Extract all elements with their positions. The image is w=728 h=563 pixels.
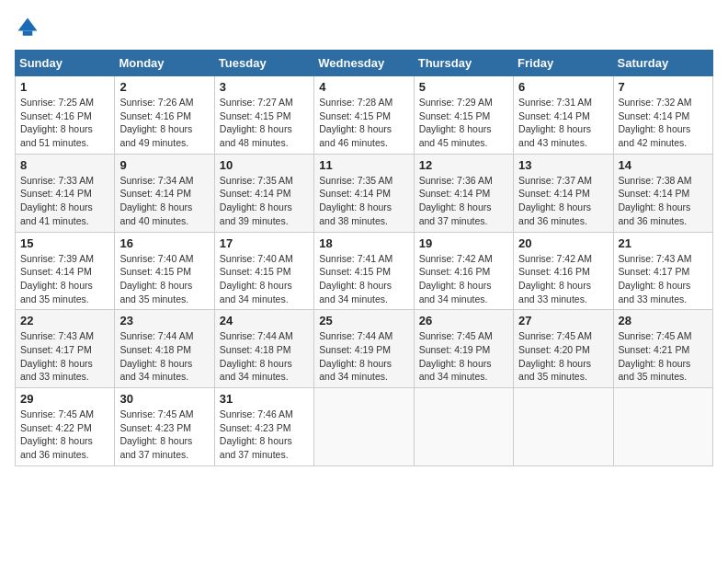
day-number: 12 <box>419 158 508 172</box>
day-info: Sunrise: 7:27 AMSunset: 4:15 PMDaylight:… <box>220 96 309 150</box>
day-number: 20 <box>518 236 608 250</box>
calendar-cell: 5Sunrise: 7:29 AMSunset: 4:15 PMDaylight… <box>414 76 513 155</box>
calendar-cell: 28Sunrise: 7:45 AMSunset: 4:21 PMDayligh… <box>613 310 712 388</box>
day-info: Sunrise: 7:43 AMSunset: 4:17 PMDaylight:… <box>619 252 708 306</box>
calendar-cell: 12Sunrise: 7:36 AMSunset: 4:14 PMDayligh… <box>414 154 513 232</box>
col-header-monday: Monday <box>115 51 214 76</box>
calendar-cell: 2Sunrise: 7:26 AMSunset: 4:16 PMDaylight… <box>115 76 214 155</box>
day-number: 25 <box>319 314 408 327</box>
day-info: Sunrise: 7:44 AMSunset: 4:18 PMDaylight:… <box>119 329 209 384</box>
calendar-table: SundayMondayTuesdayWednesdayThursdayFrid… <box>15 50 713 466</box>
col-header-sunday: Sunday <box>16 51 115 76</box>
day-number: 29 <box>20 392 109 406</box>
day-info: Sunrise: 7:45 AMSunset: 4:19 PMDaylight:… <box>419 329 508 384</box>
col-header-tuesday: Tuesday <box>214 51 313 76</box>
logo-icon <box>15 15 40 40</box>
calendar-cell: 1Sunrise: 7:25 AMSunset: 4:16 PMDaylight… <box>16 76 115 155</box>
day-number: 21 <box>619 236 708 250</box>
day-number: 4 <box>319 80 408 94</box>
calendar-cell: 26Sunrise: 7:45 AMSunset: 4:19 PMDayligh… <box>414 310 513 388</box>
col-header-friday: Friday <box>514 51 613 76</box>
week-row-1: 1Sunrise: 7:25 AMSunset: 4:16 PMDaylight… <box>16 76 713 155</box>
calendar-cell: 20Sunrise: 7:42 AMSunset: 4:16 PMDayligh… <box>514 232 613 310</box>
calendar-cell: 4Sunrise: 7:28 AMSunset: 4:15 PMDaylight… <box>314 76 414 155</box>
day-number: 22 <box>20 314 109 327</box>
page-header <box>15 15 713 40</box>
day-info: Sunrise: 7:40 AMSunset: 4:15 PMDaylight:… <box>220 252 309 306</box>
day-info: Sunrise: 7:44 AMSunset: 4:18 PMDaylight:… <box>220 329 309 384</box>
week-row-5: 29Sunrise: 7:45 AMSunset: 4:22 PMDayligh… <box>16 388 713 466</box>
calendar-cell: 3Sunrise: 7:27 AMSunset: 4:15 PMDaylight… <box>214 76 313 155</box>
logo <box>15 15 44 40</box>
calendar-cell: 21Sunrise: 7:43 AMSunset: 4:17 PMDayligh… <box>613 232 712 310</box>
calendar-cell: 29Sunrise: 7:45 AMSunset: 4:22 PMDayligh… <box>16 388 115 466</box>
calendar-cell: 27Sunrise: 7:45 AMSunset: 4:20 PMDayligh… <box>514 310 613 388</box>
calendar-cell: 23Sunrise: 7:44 AMSunset: 4:18 PMDayligh… <box>115 310 214 388</box>
calendar-cell: 7Sunrise: 7:32 AMSunset: 4:14 PMDaylight… <box>613 76 712 155</box>
day-info: Sunrise: 7:41 AMSunset: 4:15 PMDaylight:… <box>319 252 408 306</box>
calendar-cell: 9Sunrise: 7:34 AMSunset: 4:14 PMDaylight… <box>115 154 214 232</box>
calendar-cell: 15Sunrise: 7:39 AMSunset: 4:14 PMDayligh… <box>16 232 115 310</box>
svg-rect-1 <box>23 31 33 36</box>
day-info: Sunrise: 7:31 AMSunset: 4:14 PMDaylight:… <box>518 96 608 150</box>
day-number: 31 <box>220 392 309 406</box>
calendar-cell: 31Sunrise: 7:46 AMSunset: 4:23 PMDayligh… <box>214 388 313 466</box>
day-info: Sunrise: 7:42 AMSunset: 4:16 PMDaylight:… <box>518 252 608 306</box>
day-info: Sunrise: 7:33 AMSunset: 4:14 PMDaylight:… <box>20 174 109 228</box>
day-info: Sunrise: 7:45 AMSunset: 4:21 PMDaylight:… <box>619 329 708 384</box>
header-row: SundayMondayTuesdayWednesdayThursdayFrid… <box>16 51 713 76</box>
calendar-cell: 19Sunrise: 7:42 AMSunset: 4:16 PMDayligh… <box>414 232 513 310</box>
calendar-cell: 24Sunrise: 7:44 AMSunset: 4:18 PMDayligh… <box>214 310 313 388</box>
calendar-cell: 22Sunrise: 7:43 AMSunset: 4:17 PMDayligh… <box>16 310 115 388</box>
day-number: 10 <box>220 158 309 172</box>
day-info: Sunrise: 7:45 AMSunset: 4:23 PMDaylight:… <box>119 408 209 462</box>
calendar-cell: 30Sunrise: 7:45 AMSunset: 4:23 PMDayligh… <box>115 388 214 466</box>
day-number: 18 <box>319 236 408 250</box>
col-header-saturday: Saturday <box>613 51 712 76</box>
day-number: 24 <box>220 314 309 327</box>
calendar-cell: 11Sunrise: 7:35 AMSunset: 4:14 PMDayligh… <box>314 154 414 232</box>
day-number: 2 <box>119 80 209 94</box>
day-info: Sunrise: 7:38 AMSunset: 4:14 PMDaylight:… <box>619 174 708 228</box>
day-number: 16 <box>119 236 209 250</box>
day-number: 3 <box>220 80 309 94</box>
calendar-cell: 17Sunrise: 7:40 AMSunset: 4:15 PMDayligh… <box>214 232 313 310</box>
day-info: Sunrise: 7:37 AMSunset: 4:14 PMDaylight:… <box>518 174 608 228</box>
day-info: Sunrise: 7:35 AMSunset: 4:14 PMDaylight:… <box>220 174 309 228</box>
week-row-2: 8Sunrise: 7:33 AMSunset: 4:14 PMDaylight… <box>16 154 713 232</box>
calendar-cell <box>414 388 513 466</box>
day-number: 30 <box>119 392 209 406</box>
day-info: Sunrise: 7:44 AMSunset: 4:19 PMDaylight:… <box>319 329 408 384</box>
day-info: Sunrise: 7:28 AMSunset: 4:15 PMDaylight:… <box>319 96 408 150</box>
col-header-thursday: Thursday <box>414 51 513 76</box>
day-info: Sunrise: 7:35 AMSunset: 4:14 PMDaylight:… <box>319 174 408 228</box>
calendar-cell <box>314 388 414 466</box>
day-number: 14 <box>619 158 708 172</box>
col-header-wednesday: Wednesday <box>314 51 414 76</box>
day-info: Sunrise: 7:25 AMSunset: 4:16 PMDaylight:… <box>20 96 109 150</box>
calendar-cell: 6Sunrise: 7:31 AMSunset: 4:14 PMDaylight… <box>514 76 613 155</box>
day-info: Sunrise: 7:39 AMSunset: 4:14 PMDaylight:… <box>20 252 109 306</box>
day-info: Sunrise: 7:29 AMSunset: 4:15 PMDaylight:… <box>419 96 508 150</box>
day-info: Sunrise: 7:45 AMSunset: 4:20 PMDaylight:… <box>518 329 608 384</box>
day-info: Sunrise: 7:42 AMSunset: 4:16 PMDaylight:… <box>419 252 508 306</box>
day-number: 26 <box>419 314 508 327</box>
day-info: Sunrise: 7:32 AMSunset: 4:14 PMDaylight:… <box>619 96 708 150</box>
day-number: 5 <box>419 80 508 94</box>
calendar-cell: 18Sunrise: 7:41 AMSunset: 4:15 PMDayligh… <box>314 232 414 310</box>
day-number: 11 <box>319 158 408 172</box>
day-number: 8 <box>20 158 109 172</box>
day-info: Sunrise: 7:34 AMSunset: 4:14 PMDaylight:… <box>119 174 209 228</box>
calendar-cell: 13Sunrise: 7:37 AMSunset: 4:14 PMDayligh… <box>514 154 613 232</box>
day-info: Sunrise: 7:26 AMSunset: 4:16 PMDaylight:… <box>119 96 209 150</box>
day-info: Sunrise: 7:46 AMSunset: 4:23 PMDaylight:… <box>220 408 309 462</box>
calendar-cell: 10Sunrise: 7:35 AMSunset: 4:14 PMDayligh… <box>214 154 313 232</box>
calendar-cell: 8Sunrise: 7:33 AMSunset: 4:14 PMDaylight… <box>16 154 115 232</box>
day-number: 1 <box>20 80 109 94</box>
calendar-cell: 16Sunrise: 7:40 AMSunset: 4:15 PMDayligh… <box>115 232 214 310</box>
day-number: 27 <box>518 314 608 327</box>
day-number: 17 <box>220 236 309 250</box>
calendar-cell <box>613 388 712 466</box>
day-info: Sunrise: 7:43 AMSunset: 4:17 PMDaylight:… <box>20 329 109 384</box>
calendar-cell <box>514 388 613 466</box>
